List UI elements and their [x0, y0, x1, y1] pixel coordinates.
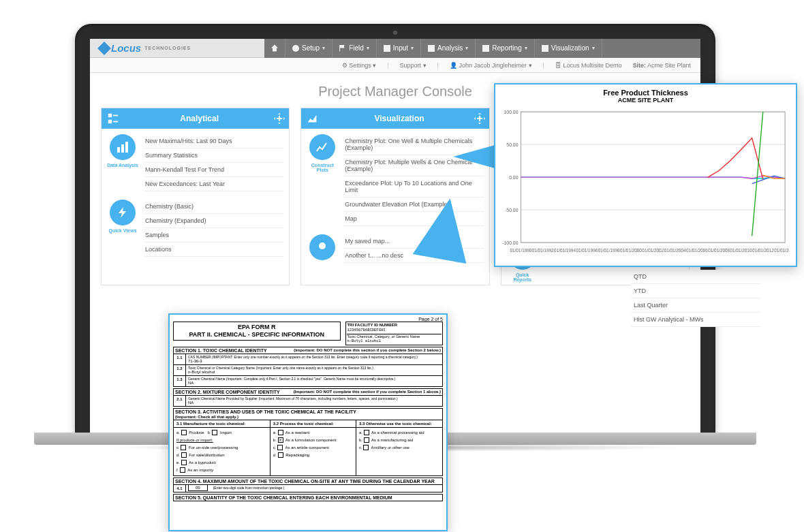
brand-logo[interactable]: Locus TECHNOLOGIES [90, 42, 200, 54]
move-icon[interactable] [274, 113, 285, 124]
nav-input[interactable]: Input▾ [377, 39, 421, 58]
chart-popup: Free Product Thickness ACME SITE PLANT -… [494, 83, 797, 267]
svg-text:-50.00: -50.00 [505, 208, 519, 213]
analytical-icon [107, 112, 119, 125]
section-4-header: SECTION 4. MAXIMUM AMOUNT OF THE TOXIC C… [173, 478, 443, 485]
svg-text:01/01/2010: 01/01/2010 [730, 248, 752, 253]
brand-sub: TECHNOLOGIES [144, 46, 191, 50]
topbar: Locus TECHNOLOGIES Setup▾ Field▾ Input▾ … [90, 39, 700, 58]
svg-rect-6 [125, 142, 128, 153]
db-menu[interactable]: 🗄 Locus Multisite Demo [555, 62, 622, 69]
main-menu: Setup▾ Field▾ Input▾ Analysis▾ Reporting… [264, 39, 700, 58]
section-3-cols: 3.1 Manufacture the toxic chemical: 3.2 … [173, 420, 443, 428]
pin-icon [309, 234, 335, 260]
link-item[interactable]: QTD [631, 270, 760, 284]
link-item[interactable]: Summary Statistics [144, 148, 283, 163]
quick-views-section[interactable]: Quick Views [107, 200, 138, 257]
section-1-header: SECTION 1. TOXIC CHEMICAL IDENTITY(Impor… [173, 347, 443, 354]
row-4-1: 4.105(Enter two-digit code from instruct… [173, 485, 443, 492]
bolt-icon [110, 200, 136, 225]
svg-rect-3 [113, 121, 118, 123]
plot-icon [309, 134, 335, 160]
svg-text:01/01/1998: 01/01/1998 [598, 248, 620, 253]
line-chart-icon [307, 112, 319, 125]
section-3-options: a. Produce b. ImportIf produce or import… [173, 428, 443, 476]
settings-menu[interactable]: ⚙ Settings ▾ [342, 62, 377, 69]
svg-rect-0 [108, 114, 112, 117]
panel-analytical: Analytical Data Analysis New Maxima/Hits… [101, 108, 290, 285]
input-icon [384, 45, 390, 52]
svg-rect-5 [121, 144, 124, 153]
svg-text:01/01/2008: 01/01/2008 [708, 248, 730, 253]
nav-setup[interactable]: Setup▾ [285, 39, 333, 58]
chart-title: Free Product Thickness [499, 89, 792, 97]
row-1-2: 1.2Toxic Chemical or Chemical Category N… [173, 365, 443, 376]
row-1-1: 1.1CAS NUMBER (IMPORTANT: Enter only one… [173, 354, 443, 365]
logo-icon [97, 42, 111, 55]
camera-dot [393, 31, 397, 35]
chart-icon [542, 45, 548, 52]
svg-text:01/01/2014: 01/01/2014 [774, 248, 789, 253]
svg-rect-1 [108, 120, 112, 123]
svg-text:0.00: 0.00 [509, 175, 519, 180]
svg-text:100.00: 100.00 [504, 110, 519, 114]
link-item[interactable]: Chemistry (Basic) [144, 200, 283, 214]
nav-home[interactable] [264, 39, 285, 58]
link-item[interactable]: Locations [144, 242, 283, 257]
link-item[interactable]: Mann-Kendall Test For Trend [144, 163, 283, 177]
flag-icon [339, 45, 346, 52]
brand-name: Locus [111, 42, 141, 54]
nav-reporting[interactable]: Reporting▾ [476, 39, 534, 58]
svg-text:01/01/2000: 01/01/2000 [620, 248, 642, 253]
nav-analysis[interactable]: Analysis▾ [421, 39, 476, 58]
svg-text:01/01/1990: 01/01/1990 [510, 248, 531, 253]
nav-visualization[interactable]: Visualization▾ [535, 39, 602, 58]
svg-text:01/01/1996: 01/01/1996 [576, 248, 598, 253]
wrench-icon [292, 45, 299, 52]
move-icon[interactable] [474, 113, 485, 124]
support-menu[interactable]: Support ▾ [400, 62, 427, 69]
home-icon [271, 45, 278, 52]
panel-header[interactable]: Analytical [102, 108, 289, 129]
row-1-3: 1.3Generic Chemical Name (Important: Com… [173, 376, 443, 387]
user-menu[interactable]: 👤 John Jacob Jingleheimer ▾ [450, 62, 532, 69]
link-item[interactable]: Exceedance Plot: Up To 10 Locations and … [343, 176, 483, 198]
link-item[interactable]: New Exceedances: Last Year [144, 177, 283, 191]
construct-plots-section[interactable]: Construct Plots [307, 134, 338, 226]
svg-point-7 [319, 242, 326, 249]
list-icon [428, 45, 435, 52]
doc-icon [482, 45, 489, 52]
panel-header[interactable]: Visualization [301, 108, 489, 129]
link-item[interactable]: YTD [631, 284, 760, 298]
site-label: Site: Acme Site Plant [632, 62, 691, 69]
svg-text:01/01/1994: 01/01/1994 [554, 248, 576, 253]
data-analysis-section[interactable]: Data Analysis [107, 134, 138, 191]
form-title: EPA FORM RPART II. CHEMICAL - SPECIFIC I… [173, 322, 341, 341]
svg-text:50.00: 50.00 [506, 142, 518, 147]
page-indicator: Page 2 of 5 [173, 317, 443, 322]
svg-text:01/01/2002: 01/01/2002 [642, 248, 664, 253]
link-item[interactable]: Hist GW Analytical - MWs [631, 313, 760, 327]
link-item[interactable]: Last Quarter [631, 298, 760, 313]
nav-field[interactable]: Field▾ [333, 39, 377, 58]
chart-subtitle: ACME SITE PLANT [499, 97, 792, 104]
quick-reports-links: QTD YTD Last Quarter Hist GW Analytical … [631, 270, 760, 327]
link-item[interactable]: Samples [144, 228, 283, 242]
svg-text:01/01/2006: 01/01/2006 [686, 248, 708, 253]
section-3-header: SECTION 3. ACTIVITIES AND USES OF THE TO… [173, 408, 443, 420]
facility-id-box: TRI FACILITY ID NUMBER12345678ABCDEFGHI … [345, 322, 443, 345]
chart-plot: -100.00-50.000.0050.00100.0001/01/199001… [502, 106, 789, 256]
sub-toolbar: ⚙ Settings ▾ | Support ▾ | 👤 John Jacob … [90, 58, 700, 73]
saved-section[interactable] [307, 234, 338, 263]
analytical-links-2: Chemistry (Basic) Chemistry (Expanded) S… [144, 200, 283, 257]
callout-pointer [413, 193, 477, 264]
row-2-1: 2.1Generic Chemical Name Provided by Sup… [173, 396, 443, 407]
svg-text:-100.00: -100.00 [502, 240, 518, 245]
svg-rect-2 [113, 115, 118, 116]
link-item[interactable]: New Maxima/Hits: Last 90 Days [144, 134, 283, 148]
svg-text:01/01/2012: 01/01/2012 [752, 248, 774, 253]
svg-text:01/01/1992: 01/01/1992 [532, 248, 554, 253]
link-item[interactable]: Chemistry (Expanded) [144, 214, 283, 228]
section-2-header: SECTION 2. MIXTURE COMPONENT IDENTITY(Im… [173, 388, 443, 396]
section-5-header: SECTION 5. QUANTITY OF THE TOXIC CHEMICA… [173, 494, 443, 501]
